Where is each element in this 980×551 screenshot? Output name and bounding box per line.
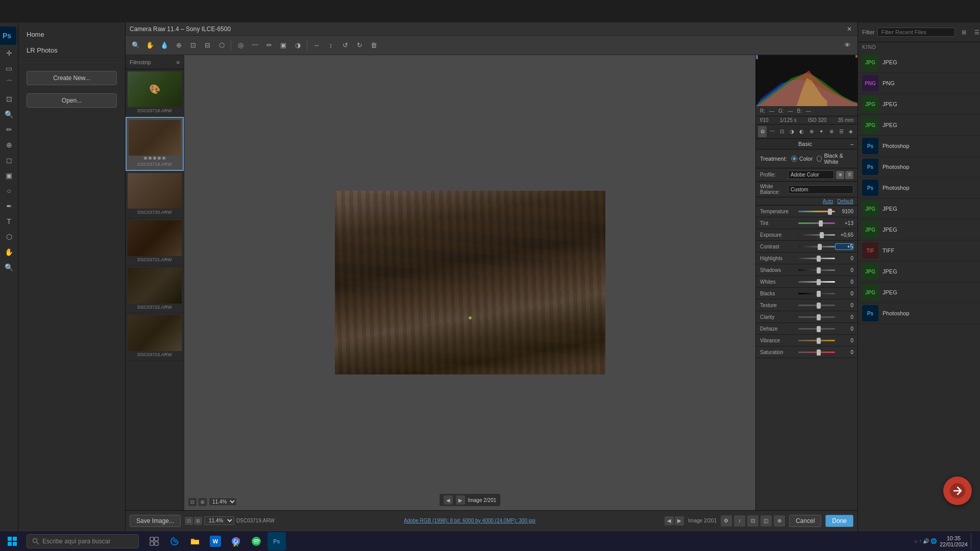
recent-item-jpeg-3[interactable]: JPG JPEG [858, 115, 980, 136]
recent-item-jpeg-7[interactable]: JPG JPEG [858, 282, 980, 303]
cr-zoom-tool[interactable]: 🔍 [130, 39, 142, 52]
cr-presets-icon[interactable]: ☰ [837, 126, 845, 137]
cr-next-btn[interactable]: ▶ [675, 516, 684, 525]
shadows-slider-wrap[interactable] [798, 266, 835, 274]
move-tool[interactable]: ✛ [2, 46, 16, 60]
show-desktop-btn[interactable] [971, 533, 974, 549]
cr-section-close[interactable]: – [850, 141, 853, 147]
cr-preview-btn[interactable]: 👁 [841, 39, 853, 52]
filmstrip-item-2[interactable]: DSC03719.ARW [126, 117, 184, 171]
crop-tool[interactable]: ⊡ [2, 92, 16, 106]
exposure-slider-wrap[interactable] [798, 231, 835, 239]
wb-select[interactable]: Custom [788, 185, 853, 194]
blacks-slider-thumb[interactable] [817, 291, 821, 297]
cr-tone-icon[interactable]: 〰 [768, 126, 776, 137]
nav-home[interactable]: Home [18, 27, 125, 42]
taskbar-icon-ps[interactable]: Ps [267, 532, 286, 550]
recent-item-jpeg-1[interactable]: JPG JPEG [858, 52, 980, 73]
list-view-btn[interactable]: ☰ [971, 27, 980, 38]
cr-toggle-icon[interactable]: ↕ [734, 515, 745, 527]
contrast-value[interactable]: +5 [835, 243, 853, 250]
recent-item-jpeg-2[interactable]: JPG JPEG [858, 94, 980, 115]
highlights-slider-thumb[interactable] [817, 256, 821, 262]
taskbar-icon-chrome[interactable] [227, 532, 245, 550]
cr-straighten-tool[interactable]: ⊟ [201, 39, 213, 52]
open-btn[interactable]: Open... [27, 93, 117, 108]
start-btn[interactable] [0, 531, 24, 552]
cr-default-btn[interactable]: Default [837, 198, 853, 204]
cr-colorsampler-tool[interactable]: ⊕ [173, 39, 185, 52]
cr-zoom-select2[interactable]: 11.4% [204, 516, 234, 525]
eyedropper-tool[interactable]: 🔍 [2, 107, 16, 121]
vibrance-slider-thumb[interactable] [817, 338, 821, 344]
temp-slider-thumb[interactable] [828, 209, 832, 215]
filmstrip-item-5[interactable]: DSC03722.ARW [126, 266, 184, 313]
create-new-btn[interactable]: Create New... [27, 71, 117, 85]
temp-slider-wrap[interactable] [798, 207, 835, 215]
cr-trash-btn[interactable]: 🗑 [368, 39, 380, 52]
profile-select[interactable]: Adobe Color [788, 170, 834, 179]
cr-transform-tool[interactable]: ⬡ [215, 39, 228, 52]
recent-item-ps-4[interactable]: Ps Photoshop [858, 303, 980, 324]
taskbar-icon-app5[interactable]: W [206, 532, 225, 550]
zoom-tool[interactable]: 🔍 [2, 260, 16, 274]
cr-gradient-tool[interactable]: ▣ [277, 39, 289, 52]
cr-camera-cal-icon[interactable]: ⊗ [827, 126, 836, 137]
filmstrip-item-3[interactable]: DSC03720.ARW [126, 171, 184, 218]
profile-grid-icon[interactable]: ⊞ [836, 171, 844, 179]
cr-file-info[interactable]: Adobe RGB (1998); 8 bit; 6000 by 4000 (2… [279, 518, 660, 523]
texture-slider-wrap[interactable] [798, 301, 835, 309]
cr-redeye-tool[interactable]: ◎ [234, 39, 247, 52]
hand-tool[interactable]: ✋ [2, 245, 16, 259]
type-tool[interactable]: T [2, 214, 16, 229]
cr-effects-icon[interactable]: ✦ [817, 126, 826, 137]
cr-brush-tool[interactable]: ✏ [263, 39, 275, 52]
cr-full-btn[interactable]: ⊞ [199, 498, 207, 506]
recent-item-jpeg-4[interactable]: JPG JPEG [858, 198, 980, 219]
taskbar-search[interactable]: Escribe aquí para buscar [27, 534, 139, 548]
red-circle-action-btn[interactable] [943, 477, 972, 505]
cr-view-icon[interactable]: ⊡ [747, 515, 758, 527]
cr-prev-image-btn[interactable]: ◀ [444, 495, 453, 505]
recent-item-jpeg-5[interactable]: JPG JPEG [858, 219, 980, 240]
recent-item-jpeg-6[interactable]: JPG JPEG [858, 261, 980, 282]
filmstrip-item-1[interactable]: 🎨 DSC03718.ARW [126, 69, 184, 117]
gradient-tool[interactable]: ▣ [2, 168, 16, 183]
cr-compare-icon[interactable]: ◫ [761, 515, 772, 527]
filter-input[interactable] [877, 28, 955, 37]
cr-fliph-btn[interactable]: ↔ [310, 39, 323, 52]
cr-close-btn[interactable]: ✕ [845, 25, 853, 33]
taskbar-icon-spotify[interactable] [247, 532, 265, 550]
contrast-slider-thumb[interactable] [818, 244, 822, 250]
cr-zoom-select[interactable]: 11.4% [209, 497, 237, 506]
whites-slider-wrap[interactable] [798, 278, 835, 286]
cr-zoom-full-btn2[interactable]: ⊞ [194, 517, 202, 525]
blacks-slider-wrap[interactable] [798, 289, 835, 297]
cr-crop-tool[interactable]: ⊡ [187, 39, 199, 52]
grid-view-btn[interactable]: ⊞ [958, 27, 969, 38]
cr-next-image-btn[interactable]: ▶ [456, 495, 465, 505]
taskbar-icon-task-view[interactable] [145, 532, 163, 550]
dodge-tool[interactable]: ○ [2, 184, 16, 198]
texture-slider-thumb[interactable] [817, 303, 821, 309]
nav-lr-photos[interactable]: LR Photos [18, 42, 125, 58]
tint-slider-wrap[interactable] [798, 219, 835, 227]
profile-list-icon[interactable]: ☰ [845, 171, 853, 179]
highlights-slider-wrap[interactable] [798, 254, 835, 262]
cr-flipv-btn[interactable]: ↕ [325, 39, 337, 52]
exposure-slider-thumb[interactable] [820, 232, 824, 238]
recent-item-ps-2[interactable]: Ps Photoshop [858, 157, 980, 178]
saturation-slider-wrap[interactable] [798, 348, 835, 356]
cr-adjustment-tool[interactable]: 〰 [249, 39, 261, 52]
cr-split-icon[interactable]: ◐ [797, 126, 806, 137]
filmstrip-menu-icon[interactable]: ≡ [177, 59, 180, 65]
whites-slider-thumb[interactable] [817, 279, 821, 285]
clarity-slider-thumb[interactable] [817, 314, 821, 320]
eraser-tool[interactable]: ◻ [2, 153, 16, 167]
cr-cancel-btn[interactable]: Cancel [789, 515, 821, 527]
cr-done-btn[interactable]: Done [825, 515, 853, 527]
cr-hand-tool[interactable]: ✋ [144, 39, 156, 52]
clarity-slider-wrap[interactable] [798, 313, 835, 321]
cr-fit-btn[interactable]: ⊡ [188, 498, 197, 506]
recent-item-png-1[interactable]: PNG PNG [858, 73, 980, 94]
